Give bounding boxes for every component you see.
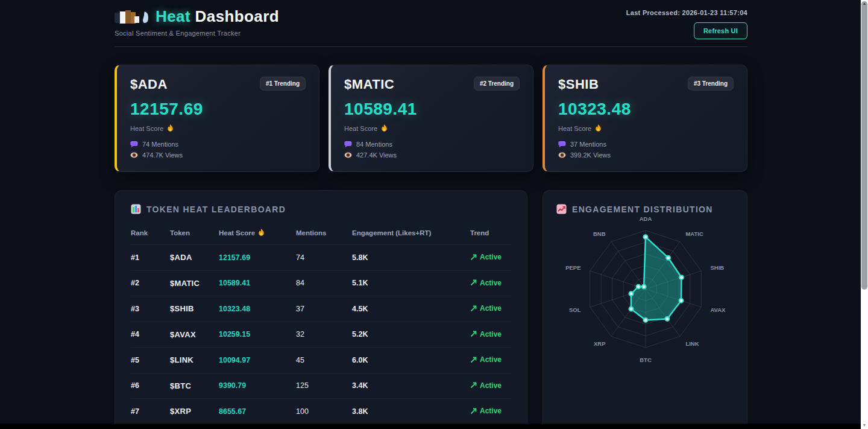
- engagement-cell: 5.1K: [352, 270, 470, 296]
- eye-icon: [344, 151, 352, 159]
- trend-status: Active: [470, 279, 502, 287]
- heat-score-caption: Heat Score: [130, 125, 163, 132]
- heat-score-caption: Heat Score: [558, 125, 591, 132]
- radar-axis-label: LINK: [685, 340, 699, 347]
- rank-cell: #1: [131, 245, 170, 271]
- trend-up-icon: [470, 279, 477, 286]
- mentions-stat: 74 Mentions: [130, 140, 306, 148]
- flame-icon: [167, 124, 174, 132]
- heat-score-label: Heat Score: [558, 124, 734, 132]
- heat-score-cell: 12157.69: [219, 245, 296, 271]
- token-cell: $LINK: [170, 348, 219, 373]
- page-subtitle: Social Sentiment & Engagement Tracker: [115, 30, 241, 37]
- heat-score-cell: 10589.41: [219, 270, 296, 296]
- mentions-cell: 125: [296, 373, 352, 399]
- trending-badge: #2 Trending: [474, 77, 520, 91]
- speech-bubble-icon: [344, 141, 352, 148]
- trend-status: Active: [470, 304, 502, 313]
- eye-icon: [558, 151, 566, 159]
- radar-axis-label: BTC: [640, 357, 652, 363]
- column-header: Mentions: [296, 223, 352, 245]
- trend-text: Active: [480, 304, 502, 313]
- leaderboard-title-text: TOKEN HEAT LEADERBOARD: [146, 205, 286, 214]
- chart-up-icon: [556, 204, 567, 214]
- token-card: $ADA #1 Trending 12157.69 Heat Score 74 …: [115, 65, 319, 172]
- title-accent: Heat: [156, 7, 190, 25]
- token-card: $SHIB #3 Trending 10323.48 Heat Score 37…: [542, 65, 747, 172]
- engagement-panel: ENGAGEMENT DISTRIBUTION ADAMATICSHIBAVAX…: [542, 190, 747, 429]
- page-header: Heat Dashboard Social Sentiment & Engage…: [115, 0, 747, 47]
- card-stats: 84 Mentions 427.4K Views: [344, 140, 520, 159]
- eye-icon: [130, 151, 138, 159]
- heat-score-cell: 9390.79: [219, 373, 296, 399]
- trend-text: Active: [480, 279, 502, 287]
- column-header: Trend: [470, 223, 511, 245]
- heat-score-cell: 10094.97: [219, 348, 296, 373]
- rank-cell: #5: [131, 348, 170, 373]
- table-row: #5 $LINK 10094.97 45 6.0K Active: [131, 348, 511, 373]
- mentions-cell: 32: [296, 322, 352, 348]
- heat-score-cell: 10323.48: [219, 296, 296, 322]
- card-stats: 37 Mentions 399.2K Views: [558, 140, 734, 159]
- mentions-cell: 100: [296, 399, 352, 425]
- column-header: Token: [170, 223, 219, 245]
- page-title: Heat Dashboard: [156, 7, 279, 26]
- heat-score-cell: 8655.67: [219, 399, 296, 425]
- mentions-stat: 37 Mentions: [558, 140, 734, 148]
- heat-score-cell: 10259.15: [219, 322, 296, 348]
- token-cell: $AVAX: [170, 322, 219, 348]
- radar-axis-label: AVAX: [710, 307, 726, 313]
- bottom-black-bar: [0, 424, 861, 429]
- rank-cell: #7: [131, 399, 170, 425]
- views-stat: 399.2K Views: [558, 151, 734, 159]
- rank-cell: #4: [131, 322, 170, 348]
- trend-cell-wrap: Active: [470, 399, 511, 425]
- vertical-scrollbar[interactable]: ▲ ▼: [861, 0, 868, 429]
- trend-status: Active: [470, 330, 502, 338]
- radar-axis-label: SOL: [569, 307, 581, 313]
- speech-bubble-icon: [130, 141, 138, 148]
- trend-text: Active: [480, 330, 502, 338]
- views-text: 399.2K Views: [570, 151, 611, 159]
- scrollbar-down-arrow[interactable]: ▼: [861, 422, 868, 428]
- token-name: $ADA: [130, 77, 168, 92]
- token-cell: $SHIB: [170, 296, 219, 322]
- views-stat: 474.7K Views: [130, 151, 306, 159]
- refresh-ui-button[interactable]: Refresh UI: [694, 22, 747, 39]
- table-row: #2 $MATIC 10589.41 84 5.1K Active: [131, 270, 511, 296]
- mentions-text: 37 Mentions: [570, 140, 606, 148]
- table-row: #7 $XRP 8655.67 100 3.8K Active: [131, 399, 511, 425]
- trend-up-icon: [470, 331, 477, 337]
- speech-bubble-icon: [558, 141, 566, 148]
- radar-axis-label: SHIB: [710, 264, 724, 271]
- rank-cell: #6: [131, 373, 170, 399]
- token-cell: $XRP: [170, 399, 219, 425]
- last-processed-timestamp: Last Processed: 2026-01-23 11:57:04: [626, 9, 747, 16]
- views-stat: 427.4K Views: [344, 151, 520, 159]
- heat-score-value: 10589.41: [344, 100, 520, 119]
- table-row: #3 $SHIB 10323.48 37 4.5K Active: [131, 296, 511, 322]
- title-rest: Dashboard: [190, 7, 279, 25]
- token-cell: $BTC: [170, 373, 219, 399]
- mentions-cell: 74: [296, 245, 352, 271]
- views-text: 474.7K Views: [142, 151, 183, 159]
- scrollbar-up-arrow[interactable]: ▲: [861, 1, 868, 7]
- trend-status: Active: [470, 355, 502, 364]
- trend-cell-wrap: Active: [470, 270, 511, 296]
- flame-icon: [258, 229, 265, 237]
- radar-chart-svg: ADAMATICSHIBAVAXLINKBTCXRPSOLPEPEBNB: [556, 217, 735, 398]
- mentions-text: 74 Mentions: [142, 140, 178, 148]
- flame-icon: [381, 124, 388, 132]
- bar-chart-icon: [131, 204, 141, 214]
- flame-icon: [595, 124, 602, 132]
- leaderboard-table: RankTokenHeat Score MentionsEngagement (…: [131, 223, 511, 429]
- token-cell: $ADA: [170, 245, 219, 271]
- trend-cell-wrap: Active: [470, 348, 511, 373]
- trending-badge: #1 Trending: [260, 77, 306, 91]
- heat-score-value: 12157.69: [130, 100, 306, 119]
- engagement-cell: 5.2K: [352, 322, 470, 348]
- token-cell: $MATIC: [170, 270, 219, 296]
- scrollbar-thumb[interactable]: [861, 1, 867, 290]
- table-header-row: RankTokenHeat Score MentionsEngagement (…: [131, 223, 511, 245]
- engagement-title: ENGAGEMENT DISTRIBUTION: [556, 204, 734, 214]
